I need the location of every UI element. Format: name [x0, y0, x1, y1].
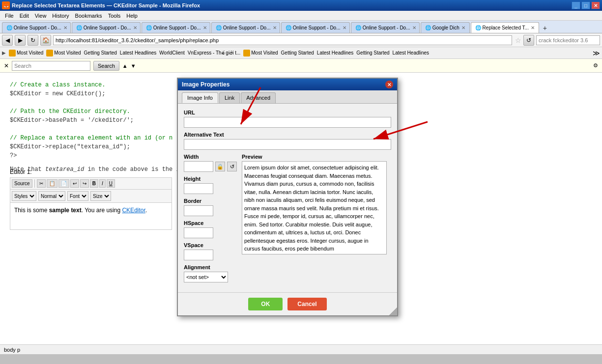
- tab-7-close[interactable]: ✕: [461, 25, 465, 30]
- bm-most-visited-2[interactable]: Most Visited: [46, 50, 81, 56]
- close-button[interactable]: ✕: [591, 1, 600, 9]
- browser-search-input[interactable]: [539, 37, 598, 43]
- border-label: Border: [184, 198, 237, 204]
- bookmarks-bar: ▶ Most Visited Most Visited Getting Star…: [0, 47, 602, 59]
- bm-latest-headlines-1[interactable]: Latest Headlines: [120, 50, 157, 56]
- tab-5-close[interactable]: ✕: [343, 25, 346, 30]
- width-field-row: Width 🔒 ↺: [184, 154, 237, 172]
- search-close-icon[interactable]: ✕: [4, 62, 9, 69]
- style-toolbar: Styles Normal Font Size: [10, 190, 172, 203]
- tab-2-close[interactable]: ✕: [133, 25, 137, 30]
- copy-btn[interactable]: 📋: [47, 179, 57, 188]
- alt-input[interactable]: [184, 139, 391, 150]
- tab-image-info[interactable]: Image Info: [182, 92, 218, 103]
- font-select[interactable]: Font: [67, 191, 88, 201]
- url-input[interactable]: [184, 117, 391, 128]
- dimensions-col: Width 🔒 ↺ Height Border: [184, 154, 237, 286]
- tab-advanced[interactable]: Advanced: [241, 92, 276, 103]
- underline-btn[interactable]: U: [107, 179, 115, 188]
- bm-vnexpress[interactable]: VnExpress - Thế giới t...: [188, 50, 240, 56]
- redo-btn[interactable]: ↪: [80, 179, 89, 188]
- menu-bookmarks[interactable]: Bookmarks: [72, 12, 105, 20]
- bm-latest-headlines-3[interactable]: Latest Headlines: [393, 50, 430, 56]
- size-select[interactable]: Size: [90, 191, 111, 201]
- refresh-button[interactable]: ↺: [523, 35, 534, 46]
- menu-help[interactable]: Help: [123, 12, 141, 20]
- bm-worldclient[interactable]: WorldClient: [159, 50, 185, 56]
- paste-btn[interactable]: 📄: [58, 179, 69, 188]
- cut-btn[interactable]: ✂: [37, 179, 46, 188]
- hspace-input[interactable]: [184, 227, 213, 238]
- tab-6[interactable]: 🌐 Online Support - Do... ✕: [351, 22, 420, 33]
- reload-button[interactable]: ↻: [28, 35, 38, 46]
- bookmarks-more[interactable]: ≫: [593, 49, 600, 57]
- lock-button[interactable]: 🔒: [215, 162, 225, 171]
- url-label: URL: [184, 110, 391, 115]
- search-button[interactable]: Search: [93, 61, 119, 71]
- tab-4-close[interactable]: ✕: [273, 25, 277, 30]
- bm-getting-started-3[interactable]: Getting Started: [356, 50, 389, 56]
- tab-2[interactable]: 🌐 Online Support - Do... ✕: [72, 22, 141, 33]
- bm-most-visited-1[interactable]: Most Visited: [9, 50, 43, 56]
- tab-1-close[interactable]: ✕: [63, 25, 67, 30]
- bookmarks-toggle[interactable]: ▶: [2, 50, 6, 56]
- preview-label: Preview: [242, 154, 391, 160]
- tab-6-close[interactable]: ✕: [412, 25, 416, 30]
- styles-select[interactable]: Styles: [12, 191, 36, 201]
- ok-button[interactable]: OK: [248, 298, 283, 310]
- home-button[interactable]: 🏠: [40, 35, 51, 46]
- source-btn[interactable]: Source: [12, 179, 32, 188]
- cancel-button[interactable]: Cancel: [287, 298, 326, 310]
- undo-btn[interactable]: ↩: [70, 179, 79, 188]
- tab-1[interactable]: 🌐 Online Support - Do... ✕: [2, 22, 71, 33]
- dialog-tab-bar: Image Info Link Advanced: [178, 90, 397, 104]
- height-label: Height: [184, 176, 237, 182]
- height-input[interactable]: [184, 183, 213, 194]
- bold-btn[interactable]: B: [90, 179, 98, 188]
- preview-text: Lorem ipsum dolor sit amet, consectetuer…: [244, 165, 379, 252]
- menu-edit[interactable]: Edit: [17, 12, 32, 20]
- vspace-input[interactable]: [184, 250, 213, 260]
- forward-button[interactable]: ▶: [15, 35, 26, 46]
- dialog-close-button[interactable]: ✕: [385, 81, 393, 88]
- bm-getting-started-2[interactable]: Getting Started: [281, 50, 314, 56]
- menu-tools[interactable]: Tools: [105, 12, 124, 20]
- tab-7[interactable]: 🌐 Google Dich ✕: [421, 22, 470, 33]
- menu-file[interactable]: File: [2, 12, 17, 20]
- bm-getting-started-1[interactable]: Getting Started: [84, 50, 117, 56]
- tab-link[interactable]: Link: [219, 92, 240, 103]
- maximize-button[interactable]: □: [581, 1, 590, 9]
- image-properties-dialog: Image Properties ✕ Image Info Link Advan…: [177, 78, 398, 316]
- back-button[interactable]: ◀: [2, 35, 13, 46]
- format-select[interactable]: Normal: [38, 191, 65, 201]
- minimize-button[interactable]: _: [572, 1, 580, 9]
- toolbar-divider-1: [34, 179, 35, 188]
- dialog-resize-handle[interactable]: [389, 308, 397, 315]
- alignment-select[interactable]: <not set> Left Right Center: [184, 272, 228, 282]
- italic-btn[interactable]: I: [99, 179, 106, 188]
- alignment-field-row: Alignment <not set> Left Right Center: [184, 264, 237, 282]
- tab-3-close[interactable]: ✕: [203, 25, 207, 30]
- search-bar-input[interactable]: [12, 61, 90, 71]
- width-input[interactable]: [184, 161, 213, 172]
- tab-8[interactable]: 🌐 Replace Selected T... ✕: [471, 22, 539, 33]
- search-next-icon[interactable]: ▼: [131, 63, 136, 69]
- editor-content[interactable]: This is some sample text. You are using …: [10, 203, 172, 230]
- tab-3[interactable]: 🌐 Online Support - Do... ✕: [142, 22, 210, 33]
- reset-size-button[interactable]: ↺: [227, 162, 237, 171]
- new-tab-button[interactable]: +: [540, 23, 550, 33]
- menu-view[interactable]: View: [32, 12, 50, 20]
- tab-5[interactable]: 🌐 Online Support - Do... ✕: [281, 22, 350, 33]
- tab-4[interactable]: 🌐 Online Support - Do... ✕: [211, 22, 280, 33]
- bm-most-visited-3[interactable]: Most Visited: [243, 50, 278, 56]
- menu-history[interactable]: History: [49, 12, 72, 20]
- bookmark-star-icon[interactable]: ☆: [515, 36, 521, 44]
- ckeditor-link[interactable]: CKEditor: [122, 207, 145, 214]
- border-input[interactable]: [184, 205, 213, 216]
- search-prev-icon[interactable]: ▲: [122, 63, 128, 69]
- address-input[interactable]: [53, 35, 512, 45]
- menu-bar: File Edit View History Bookmarks Tools H…: [0, 11, 602, 21]
- bm-latest-headlines-2[interactable]: Latest Headlines: [317, 50, 354, 56]
- tab-8-close[interactable]: ✕: [531, 25, 535, 30]
- search-options-icon[interactable]: ⚙: [593, 62, 598, 69]
